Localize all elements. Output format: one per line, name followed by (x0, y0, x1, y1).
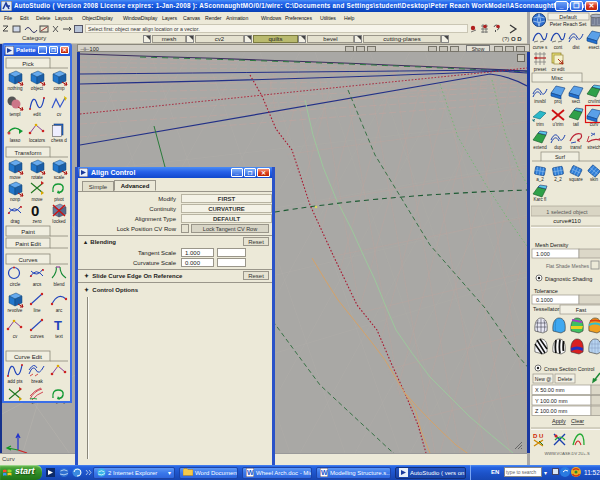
svg-text:circle: circle (10, 282, 21, 287)
svg-text:2_2: 2_2 (554, 177, 562, 182)
svg-text:Karc fl: Karc fl (534, 197, 547, 202)
svg-text:Delete: Delete (558, 376, 573, 382)
svg-text:0.1000: 0.1000 (536, 297, 553, 303)
svg-text:Curves: Curves (18, 257, 37, 263)
svg-text:cont: cont (554, 45, 563, 50)
svg-text:zero: zero (33, 219, 42, 224)
svg-text:W: W (247, 469, 254, 476)
svg-text:cv: cv (57, 112, 62, 117)
svg-text:templ: templ (9, 112, 20, 117)
svg-text:drag: drag (10, 219, 20, 224)
svg-text:sect: sect (572, 99, 581, 104)
svg-text:Tolerance: Tolerance (534, 288, 558, 294)
svg-text:Misc: Misc (551, 75, 563, 81)
svg-text:invsbl: invsbl (534, 99, 546, 104)
svg-text:Y 100.00 mm: Y 100.00 mm (535, 398, 568, 404)
svg-text:curves: curves (30, 334, 44, 339)
svg-text:Pick: Pick (22, 61, 34, 67)
svg-text:0: 0 (31, 202, 39, 219)
svg-text:revolve: revolve (8, 308, 23, 313)
svg-text:square: square (569, 177, 583, 182)
svg-text:proj: proj (554, 99, 562, 104)
svg-text:blend: blend (53, 282, 65, 287)
svg-text:chess d: chess d (51, 138, 67, 143)
svg-text:pivot: pivot (54, 197, 64, 202)
svg-text:Surf: Surf (555, 154, 566, 160)
svg-text:transf: transf (570, 145, 582, 150)
svg-text:alt srf: alt srf (53, 403, 65, 404)
svg-text:break: break (31, 379, 43, 384)
svg-text:WWW.VOASE.DV 2U+-S: WWW.VOASE.DV 2U+-S (544, 451, 590, 456)
svg-text:locked: locked (52, 219, 66, 224)
svg-text:cv edit: cv edit (551, 67, 565, 72)
svg-text:esect: esect (589, 45, 600, 50)
svg-text:object: object (31, 86, 44, 91)
svg-text:lasso: lasso (10, 138, 21, 143)
svg-text:New @: New @ (535, 376, 551, 382)
svg-text:T: T (54, 318, 62, 333)
svg-text:arcs: arcs (33, 282, 42, 287)
svg-text:edit: edit (33, 112, 41, 117)
svg-text:extend: extend (533, 145, 547, 150)
svg-text:nonp: nonp (10, 197, 21, 202)
svg-text:crv/int: crv/int (588, 99, 600, 104)
svg-text:W: W (321, 469, 328, 476)
svg-text:nothing: nothing (7, 86, 23, 91)
svg-text:curve s: curve s (533, 45, 548, 50)
svg-text:Tessellator:: Tessellator: (533, 306, 561, 312)
svg-text:dup: dup (554, 145, 562, 150)
svg-text:Clear: Clear (571, 418, 584, 424)
svg-text:u'trim: u'trim (553, 122, 564, 127)
svg-text:Apply: Apply (552, 418, 566, 424)
svg-text:Flat Shade Meshes: Flat Shade Meshes (546, 263, 590, 269)
svg-text:Peter Reach Set: Peter Reach Set (550, 21, 587, 27)
svg-text:1.000: 1.000 (536, 251, 550, 257)
svg-text:Paint Edit: Paint Edit (15, 241, 41, 247)
svg-text:skin: skin (590, 177, 598, 182)
svg-text:tail: tail (573, 122, 579, 127)
svg-text:arc: arc (56, 308, 63, 313)
svg-text:scale: scale (54, 175, 65, 180)
svg-text:Fast: Fast (576, 307, 587, 313)
svg-text:Mesh Density: Mesh Density (535, 242, 569, 248)
svg-text:rotate: rotate (31, 175, 43, 180)
svg-text:curve#110: curve#110 (553, 218, 581, 224)
svg-text:X 50.00 mm: X 50.00 mm (535, 387, 565, 393)
svg-text:dist: dist (572, 45, 580, 50)
svg-text:text: text (55, 334, 63, 339)
svg-text:fit crv: fit crv (32, 403, 44, 404)
svg-text:Default: Default (559, 14, 577, 20)
svg-text:trim: trim (536, 122, 544, 127)
svg-text:1 selected object: 1 selected object (546, 209, 588, 215)
svg-text:cv: cv (13, 334, 18, 339)
svg-text:Diagnostic Shading: Diagnostic Shading (545, 276, 592, 282)
svg-text:preset: preset (534, 67, 547, 72)
svg-text:Curve Edit: Curve Edit (14, 354, 42, 360)
svg-text:move: move (9, 175, 21, 180)
svg-text:Paint: Paint (21, 229, 35, 235)
svg-text:Z 100.00 mm: Z 100.00 mm (535, 408, 568, 414)
svg-text:a_2: a_2 (536, 177, 544, 182)
svg-text:Transform: Transform (14, 150, 41, 156)
svg-text:add pts: add pts (7, 379, 23, 384)
svg-text:D U: D U (533, 433, 543, 439)
svg-text:line: line (33, 308, 41, 313)
svg-text:locators: locators (29, 138, 46, 143)
svg-text:Cross Section Control: Cross Section Control (544, 366, 594, 372)
svg-text:stretch: stretch (587, 145, 600, 150)
svg-text:comp: comp (53, 86, 65, 91)
svg-text:mv crn: mv crn (8, 403, 22, 404)
